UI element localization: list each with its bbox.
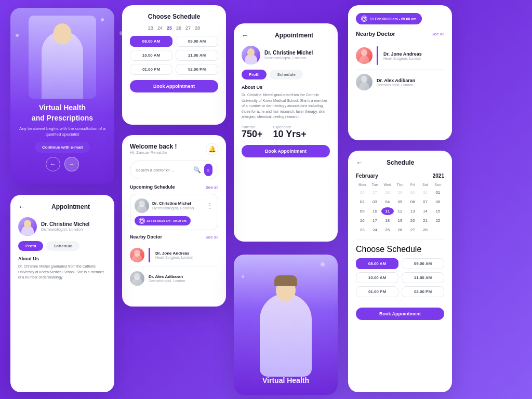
book-appointment-button-appt-top[interactable]: Book Appointment <box>242 145 330 157</box>
cal-date-04[interactable]: 04 <box>381 198 394 206</box>
cal-date-08[interactable]: 08 <box>432 198 444 206</box>
cal-date-13[interactable]: 13 <box>406 207 419 215</box>
doctor-info-alex: Dr. Alex Adibaran Dermatologist, London <box>377 78 415 87</box>
cal-date-02[interactable]: 02 <box>356 198 368 206</box>
about-label-top: About Us <box>242 85 330 90</box>
cal-month-row: February 2021 <box>356 173 444 179</box>
date-23[interactable]: 23 <box>148 25 153 31</box>
date-24[interactable]: 24 <box>157 25 163 31</box>
cal-date-28p[interactable]: 28 <box>381 189 394 196</box>
notification-icon[interactable]: 🔔 <box>206 143 218 155</box>
book-appointment-button-top[interactable]: Book Appointment <box>130 80 218 92</box>
appt-bottom-header: ← Appointment <box>18 203 107 211</box>
cal-week-4: 16 17 18 19 20 21 22 <box>356 217 444 224</box>
cal-date-30p[interactable]: 30 <box>406 189 419 196</box>
cal-date-21[interactable]: 21 <box>419 217 431 224</box>
welcome-doc-spec-alex: Dermatologist, London <box>149 279 185 283</box>
date-27[interactable]: 27 <box>185 25 191 31</box>
appointment-title-top: Appointment <box>275 32 313 39</box>
back-arrow-bottom[interactable]: ← <box>18 203 25 211</box>
cal-date-18[interactable]: 18 <box>381 217 394 224</box>
date-26[interactable]: 26 <box>176 25 181 31</box>
doctor-name-bottom: Dr. Christine Michel <box>41 221 89 227</box>
cal-date-16[interactable]: 16 <box>356 217 368 224</box>
nearby-see-all-top[interactable]: See all <box>432 32 444 36</box>
cal-time-slot-1000[interactable]: 10.00 AM <box>356 272 398 283</box>
cal-time-slot-0800[interactable]: 08.00 AM <box>356 258 398 269</box>
cal-date-26[interactable]: 26 <box>394 226 406 234</box>
cal-date-20[interactable]: 20 <box>406 217 419 224</box>
cal-date-19[interactable]: 19 <box>394 217 406 224</box>
cal-time-slot-0100[interactable]: 01.00 PM <box>356 286 398 297</box>
back-arrow-top[interactable]: ← <box>242 31 249 39</box>
cal-date-28[interactable]: 28 <box>419 226 431 234</box>
cal-date-06[interactable]: 06 <box>406 198 419 206</box>
cal-date-05[interactable]: 05 <box>394 198 406 206</box>
time-slot-1000[interactable]: 10.00 AM <box>130 50 172 61</box>
doctor-info-jone: Dr. Jone Andreas Heart Surgeon, London <box>383 51 422 60</box>
cal-date-15[interactable]: 15 <box>432 207 444 215</box>
next-button[interactable]: → <box>64 157 79 171</box>
stats-row-top: Patients 750+ Experience 10 Yrs+ <box>242 125 330 140</box>
time-slot-0100[interactable]: 01.00 PM <box>130 64 172 75</box>
welcome-nearby-doc-1: Dr. Alex Adibaran Dermatologist, London <box>130 267 218 290</box>
search-input[interactable] <box>136 168 190 172</box>
prev-button[interactable]: ← <box>46 157 60 171</box>
cal-date-07[interactable]: 07 <box>419 198 431 206</box>
vhealth-doctor-silhouette <box>255 275 317 377</box>
decor-dot-2 <box>16 34 19 37</box>
three-dots-icon[interactable]: ⋮ <box>206 202 214 210</box>
cal-back-arrow[interactable]: ← <box>356 158 363 167</box>
upcoming-header: Upcoming Schedule See all <box>130 184 218 190</box>
continue-email-button[interactable]: Continue with e-mail <box>35 142 90 153</box>
cal-date-29p[interactable]: 29 <box>394 189 406 196</box>
hero-title-line2: and Prescriptions <box>32 114 93 122</box>
cal-date-27p[interactable]: 27 <box>368 189 381 196</box>
cal-time-slot-1100[interactable]: 11.00 AM <box>402 272 444 283</box>
welcome-doc-info-jone: Dr. Jone Andreas Heart Surgeon, London <box>155 251 193 259</box>
cal-date-24[interactable]: 24 <box>368 226 381 234</box>
cal-date-09[interactable]: 09 <box>356 207 368 215</box>
cal-time-slot-0900[interactable]: 09.00 AM <box>402 258 444 269</box>
cal-book-btn[interactable]: Book Appointment <box>356 308 444 320</box>
cal-date-01[interactable]: 01 <box>432 189 444 196</box>
upcoming-schedule-card: Dr. Christine Michel Dermatologist, Lond… <box>130 194 218 230</box>
tab-profil-top[interactable]: Profil <box>242 70 267 79</box>
cal-time-slot-0200[interactable]: 02.00 PM <box>402 286 444 297</box>
cal-date-14[interactable]: 14 <box>419 207 431 215</box>
hero-title-line1: Virtual Health <box>39 103 86 112</box>
upcoming-see-all[interactable]: See all <box>206 185 218 190</box>
cal-date-17[interactable]: 17 <box>368 217 381 224</box>
tab-profil-bottom[interactable]: Profil <box>18 241 43 251</box>
cal-date-22[interactable]: 22 <box>432 217 444 224</box>
cal-date-11-today[interactable]: 11 <box>381 207 394 215</box>
cal-date-26p[interactable]: 26 <box>356 189 368 196</box>
date-25-active[interactable]: 25 <box>167 25 172 31</box>
date-28[interactable]: 28 <box>195 25 200 31</box>
cal-date-25[interactable]: 25 <box>381 226 394 234</box>
appointment-header: ← Appointment <box>242 31 330 39</box>
about-label-bottom: About Us <box>18 256 107 261</box>
cal-date-03[interactable]: 03 <box>368 198 381 206</box>
welcome-nearby-see-all[interactable]: See all <box>206 235 218 240</box>
cal-date-23[interactable]: 23 <box>356 226 368 234</box>
date-navigation: 23 24 25 26 27 28 <box>130 25 218 31</box>
hero-doctor-photo <box>29 16 96 99</box>
tab-schedule-bottom[interactable]: Schedule <box>46 241 79 251</box>
cal-date-31p[interactable]: 31 <box>419 189 431 196</box>
time-slot-0800[interactable]: 08.00 AM <box>130 36 172 47</box>
doctor-spec-top: Dermatologist, London <box>264 56 313 60</box>
time-slot-1100[interactable]: 11.00 AM <box>176 50 218 61</box>
doctor-thumb-jone <box>356 47 373 64</box>
welcome-header: Welcome back ! Hi, Zanuar Renaldie 🔔 <box>130 143 218 155</box>
time-slot-0900[interactable]: 09.00 AM <box>176 36 218 47</box>
cal-date-27[interactable]: 27 <box>406 226 419 234</box>
time-slot-0200[interactable]: 02.00 PM <box>176 64 218 75</box>
filter-button[interactable]: ≡ <box>204 164 212 176</box>
doctor-hair <box>274 275 297 286</box>
day-fri: Fri <box>406 183 419 187</box>
tab-schedule-top[interactable]: Schedule <box>270 70 303 79</box>
sched-time-text: 13 Feb 08.00 am - 09.00 am <box>147 219 187 222</box>
cal-date-10[interactable]: 10 <box>368 207 381 215</box>
cal-date-12[interactable]: 12 <box>394 207 406 215</box>
